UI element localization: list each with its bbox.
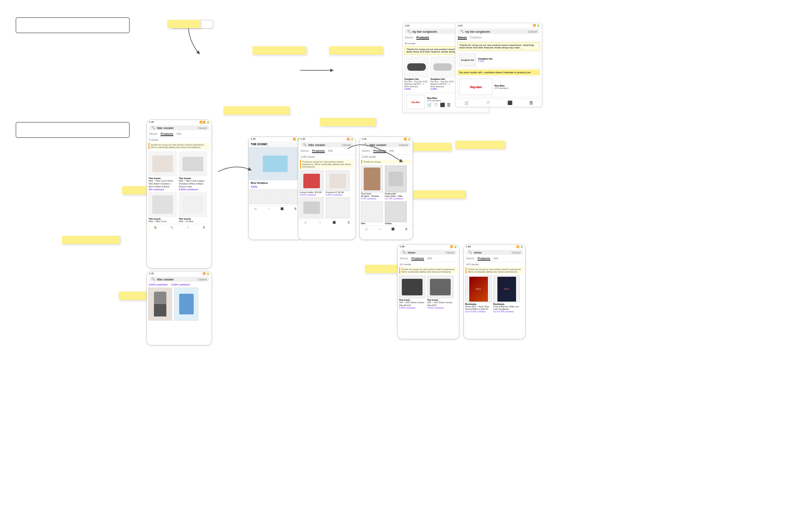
phone-search-shoes[interactable]: 🔍 shoes Cancel — [466, 250, 523, 255]
product-card-1a[interactable]: The Iconic Nike – Nike Court Vision Nike… — [149, 151, 178, 191]
phone-search-4[interactable]: 🔍 Nike sneaker Cancel — [362, 142, 411, 147]
some-items-not-loaded-sticky — [320, 118, 376, 126]
release-planning-card — [16, 17, 130, 33]
phone-search-sheos[interactable]: 🔍 sheos Cancel — [400, 250, 457, 255]
cancel-shoes[interactable]: Cancel — [511, 251, 521, 254]
tab-wik-1[interactable]: Wik — [177, 132, 182, 136]
big-w-sticky — [455, 141, 505, 149]
prod-5b[interactable] — [174, 288, 199, 321]
cancel-3[interactable]: Cancel — [342, 144, 351, 146]
phone-notice-3: Thanks for trying our new product search… — [300, 160, 354, 169]
prod-5a[interactable] — [148, 288, 173, 321]
tab-stores-sheos[interactable]: Stores — [400, 257, 408, 261]
prod-dl-a[interactable]: Sunglass Hut Ray.Star – Ray.Star AGN – W… — [404, 57, 429, 90]
nav-menu-1[interactable]: ☰ — [203, 226, 205, 229]
search-text-4: Nike sneaker — [370, 144, 387, 146]
phone-status-shoes: 1:98📶 🔋 — [464, 244, 525, 249]
dr-bottom-nav: 🛒♡⬛☰ — [456, 98, 542, 107]
sheos-products: The Iconic UNF – UNIT Etnies Canvas Oliv… — [398, 275, 459, 310]
tab-products-dl[interactable]: Products — [416, 36, 429, 40]
tab-stores-3[interactable]: Stores — [300, 149, 309, 153]
phone-mockup-2: 1:45📶 🔋 THE ICONIC Blue Sunglass 3.0% 🛒♡… — [248, 137, 302, 240]
team-testing-card — [16, 122, 130, 138]
fuzzy-matching-sticky — [62, 236, 120, 244]
product-grid-4b: Nike Adidas — [360, 201, 413, 225]
prod-shoes-a[interactable]: SHEOL Booktopia Simon Birch – Kevin Shoe… — [465, 276, 492, 313]
constructor-followup-sticky — [329, 46, 383, 55]
dr-notice: Thanks for trying out our new product se… — [457, 42, 540, 50]
phone-shoes: 1:98📶 🔋 🔍 shoes Cancel Stores Products W… — [463, 244, 526, 339]
prod-dl-b[interactable]: Sunglass Hut Ray.Star – Ray.Star AGN – W… — [430, 57, 455, 90]
prod-4c[interactable]: Nike — [361, 201, 384, 225]
tab-stores-4[interactable]: Stores — [362, 149, 370, 153]
nav-home-1[interactable]: 🏠 — [154, 226, 157, 229]
cancel-desktop-right[interactable]: Cancel — [528, 30, 537, 33]
tab-products-3[interactable]: Products — [312, 149, 324, 153]
tab-products-4[interactable]: Products — [373, 149, 386, 153]
dr-stores: Sunglass Hut Sunglass Hut 3.40% — [457, 52, 540, 68]
prod-shoes-b[interactable]: DECA Booktopia Emily Salderson, Wilka Le… — [493, 276, 521, 313]
iconic-too-popular-sticky — [252, 46, 306, 55]
prod-4d[interactable]: Adidas — [385, 201, 408, 225]
phone-status-bar-1: 1:45📶 📶 🔋 — [147, 120, 211, 125]
iconic-more-products — [249, 188, 302, 205]
cashback-label-5: 3.00% cashback 3.05% cashback — [147, 283, 211, 287]
iconic-product-img — [249, 147, 302, 180]
tab-products-dr[interactable]: Products — [470, 36, 482, 40]
store-sunglasshut[interactable]: Sunglass Hut Sunglass Hut 3.40% — [457, 52, 540, 68]
phone-tabs-4: Stores Products Wik — [360, 148, 413, 155]
shoes-products: SHEOL Booktopia Simon Birch – Kevin Shoe… — [464, 275, 525, 314]
phone-search-3[interactable]: 🔍 Nike sneaker Cancel — [300, 142, 353, 147]
prod-3b[interactable]: Products B: $4.99 3.05% cashback — [326, 170, 351, 196]
cancel-5[interactable]: Cancel — [198, 278, 207, 281]
phone-mockup-1: 1:45📶 📶 🔋 🔍 Nike sneaker Cancel Stores P… — [146, 120, 212, 268]
iconic-header: THE ICONIC — [249, 141, 302, 147]
prod-4b[interactable]: FootLocker Foot Locker – Nike to 5.0% ca… — [385, 165, 408, 200]
tab-wik-3[interactable]: Wik — [328, 149, 333, 153]
tab-stores-dr[interactable]: Stores — [458, 36, 467, 40]
prod-3a[interactable]: Annual outfits: $79.99 3.05% cashback — [300, 170, 324, 196]
nav-heart-1[interactable]: ♡ — [187, 226, 189, 229]
prod-sheos-a[interactable]: The Iconic UNF – UNIT Etnies Canvas Oliv… — [399, 276, 426, 309]
tab-stores-dl[interactable]: Stores — [405, 36, 413, 40]
cancel-btn-1[interactable]: Cancel — [198, 127, 207, 129]
merchant-not-displayed-sticky — [223, 106, 290, 115]
tab-stores-1[interactable]: Stores — [149, 132, 157, 136]
phone-mockup-5: 1:45📶 🔋 🔍 Nike sneaker Cancel 3.00% cash… — [146, 271, 212, 345]
phone-sheos: 1:98📶 🔋 🔍 sheos Cancel Stores Products W… — [397, 244, 459, 339]
results-sheos: XX results — [398, 262, 459, 266]
search-text-1: Nike sneaker — [157, 127, 174, 129]
tab-wik-shoes[interactable]: Wik — [494, 257, 499, 261]
phone-search-1[interactable]: 🔍 Nike sneaker Cancel — [149, 125, 209, 130]
phone-notice-1: Thanks for trying our new product search… — [149, 143, 210, 149]
iconic-cashback: 3.0% — [249, 185, 302, 188]
search-text-3: Nike sneaker — [308, 144, 325, 146]
desktop-search-right: 2:00 📶 🔋 🔍 ray ban sunglasses Cancel Sto… — [455, 23, 542, 107]
phone-tabs-1: Stores Products Wik — [147, 131, 211, 138]
tab-wik-sheos[interactable]: Wik — [427, 257, 432, 261]
tab-products-shoes[interactable]: Products — [478, 257, 490, 261]
phone-tabs-3: Stores Products Wik — [298, 148, 355, 155]
tab-products-1[interactable]: Products — [161, 132, 173, 136]
results-shoes: XX2 results — [464, 262, 525, 266]
results-3: 3,185 results — [298, 155, 355, 159]
prod-3c[interactable] — [300, 197, 324, 218]
prod-4a[interactable]: The Iconic JD Sport – 12/more 3.0% cashb… — [361, 165, 384, 200]
tab-products-sheos[interactable]: Products — [411, 257, 424, 261]
phone-bottom-nav-2: 🛒♡⬛☰ — [249, 205, 302, 212]
tab-wik-4[interactable]: Wik — [389, 149, 394, 153]
rayban-card-right[interactable]: Ray-Ban Ray-Ban 274 members — [457, 77, 540, 97]
nav-search-1[interactable]: 🔍 — [170, 226, 173, 229]
prod-3d[interactable] — [326, 197, 351, 218]
cancel-sheos[interactable]: Cancel — [445, 251, 454, 254]
phone-bottom-nav-1: 🏠 🔍 ♡ ☰ — [147, 224, 211, 230]
dr-top-store-note: Top store results still + cashback doesn… — [457, 69, 540, 75]
tab-stores-shoes[interactable]: Stores — [466, 257, 474, 261]
product-card-1d[interactable]: The Iconic Nike – Air Max — [179, 192, 208, 223]
product-card-1b[interactable]: The Iconic Nike – Nike Court Legacy Snea… — [179, 151, 208, 191]
product-card-1c[interactable]: The Iconic Nike – Nike Court — [149, 192, 178, 223]
iconic-product-name: Blue Sunglass — [249, 180, 302, 185]
phone-search-5[interactable]: 🔍 Nike sneaker Cancel — [149, 277, 209, 282]
prod-sheos-b[interactable]: The Iconic UNF – UNIT Etnies Canvas Oliv… — [427, 276, 454, 309]
cancel-4[interactable]: Cancel — [399, 144, 408, 146]
